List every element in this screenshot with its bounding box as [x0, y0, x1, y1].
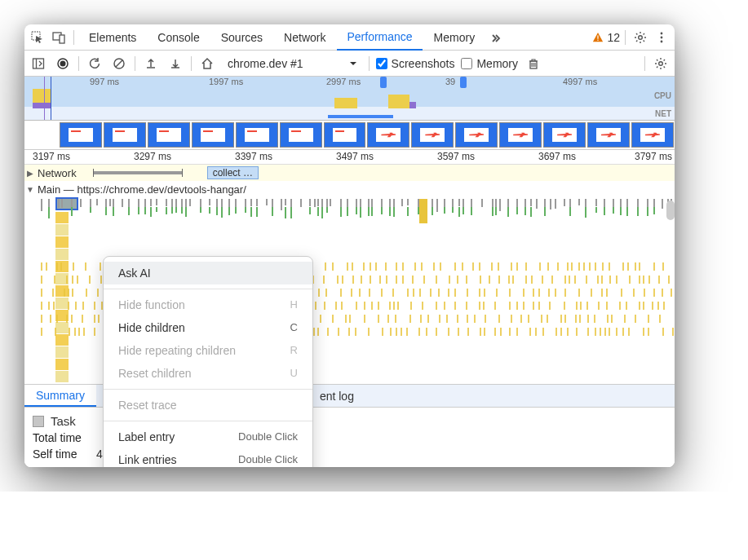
divider [644, 56, 645, 71]
download-icon[interactable] [166, 55, 184, 73]
tab-elements[interactable]: Elements [79, 24, 146, 51]
memory-input[interactable] [461, 58, 472, 69]
menu-item-link-entries[interactable]: Link entriesDouble Click [104, 448, 312, 467]
screenshot-thumb[interactable] [543, 122, 586, 148]
ruler-tick: 3197 ms [33, 151, 70, 162]
screenshot-strip[interactable] [24, 121, 675, 150]
clear-icon[interactable] [110, 55, 128, 73]
toggle-sidebar-icon[interactable] [29, 55, 47, 73]
screenshot-thumb[interactable] [60, 122, 102, 148]
divider [625, 30, 626, 45]
screenshot-thumb[interactable] [192, 122, 234, 148]
svg-line-14 [116, 60, 122, 67]
upload-icon[interactable] [142, 55, 160, 73]
net-label: NET [655, 109, 671, 118]
screenshot-thumb[interactable] [148, 122, 190, 148]
tab-event-log-partial[interactable]: ent log [308, 385, 365, 407]
screenshot-thumb[interactable] [280, 122, 322, 148]
devtools-window: Elements Console Sources Network Perform… [24, 24, 675, 467]
menu-item-label: Hide function [118, 298, 185, 311]
memory-checkbox[interactable]: Memory [461, 57, 518, 70]
menu-item-hide-children[interactable]: Hide childrenC [104, 316, 312, 339]
svg-rect-4 [598, 39, 599, 40]
ruler-tick: 3697 ms [538, 151, 576, 162]
network-track-header[interactable]: ▶ Network collect … [24, 165, 675, 181]
svg-point-6 [661, 32, 663, 34]
device-toggle-icon[interactable] [49, 28, 69, 47]
performance-toolbar: chrome.dev #1 Screenshots Memory [24, 51, 675, 77]
ruler-tick: 3297 ms [134, 151, 171, 162]
menu-separator [104, 289, 312, 289]
overview-tick: 39 [445, 77, 455, 86]
tab-summary[interactable]: Summary [24, 385, 96, 407]
menu-item-reset-children: Reset childrenU [104, 362, 312, 385]
settings-icon[interactable] [631, 28, 650, 47]
menu-separator [104, 389, 312, 390]
screenshot-thumb[interactable] [324, 122, 366, 148]
menu-item-shortcut: H [290, 298, 298, 311]
divider [78, 56, 79, 71]
divider [191, 56, 192, 71]
menu-item-shortcut: Double Click [238, 453, 298, 466]
inspect-icon[interactable] [28, 28, 47, 47]
tab-console[interactable]: Console [148, 24, 209, 51]
kebab-menu-icon[interactable] [652, 28, 671, 47]
tab-memory[interactable]: Memory [424, 24, 485, 51]
collapse-icon[interactable]: ▼ [24, 185, 36, 194]
cpu-label: CPU [654, 91, 671, 100]
screenshot-thumb[interactable] [104, 122, 146, 148]
devtools-tabbar: Elements Console Sources Network Perform… [24, 24, 675, 51]
record-button[interactable] [54, 55, 72, 73]
more-tabs-icon[interactable] [486, 28, 506, 47]
svg-point-12 [60, 60, 66, 66]
range-handle-right[interactable] [460, 77, 467, 88]
menu-item-label: Hide repeating children [118, 344, 236, 357]
call-stack[interactable] [55, 212, 69, 383]
menu-item-label: Ask AI [118, 267, 151, 280]
timeline-overview[interactable]: 997 ms 1997 ms 2997 ms 39 4997 ms CPU NE… [24, 77, 675, 121]
range-handle-left[interactable] [380, 77, 387, 88]
network-request-bar[interactable] [93, 171, 183, 174]
menu-item-hide-function: Hide functionH [104, 293, 312, 316]
divider [135, 56, 135, 71]
recording-selector[interactable]: chrome.dev #1 [223, 55, 362, 72]
tab-sources[interactable]: Sources [211, 24, 272, 51]
overview-tick: 2997 ms [326, 77, 361, 86]
screenshot-thumb[interactable] [367, 122, 409, 148]
expand-icon[interactable]: ▶ [24, 169, 36, 178]
screenshot-thumb[interactable] [236, 122, 278, 148]
screenshot-thumb[interactable] [411, 122, 454, 148]
reload-record-icon[interactable] [86, 55, 104, 73]
scrollbar[interactable] [666, 201, 675, 220]
menu-item-label-entry[interactable]: Label entryDouble Click [104, 426, 312, 448]
caret-down-icon [349, 57, 357, 70]
recording-name: chrome.dev #1 [228, 57, 303, 70]
screenshots-checkbox[interactable]: Screenshots [376, 57, 455, 70]
gc-icon[interactable] [524, 55, 542, 73]
tab-network[interactable]: Network [274, 24, 335, 51]
warnings-badge[interactable]: 12 [592, 31, 620, 44]
menu-item-label: Reset children [118, 367, 192, 380]
home-icon[interactable] [198, 55, 216, 73]
ruler-tick: 3397 ms [235, 151, 272, 162]
main-track-header[interactable]: ▼ Main — https://chrome.dev/devtools-han… [24, 181, 675, 197]
svg-point-8 [661, 40, 663, 42]
context-menu: Ask AIHide functionHHide childrenCHide r… [103, 256, 313, 467]
divider [369, 56, 370, 71]
screenshot-thumb[interactable] [499, 122, 542, 148]
time-ruler[interactable]: 3197 ms 3297 ms 3397 ms 3497 ms 3597 ms … [24, 150, 675, 165]
network-label: Network [36, 167, 77, 179]
screenshot-thumb[interactable] [455, 122, 498, 148]
tab-performance[interactable]: Performance [337, 24, 422, 51]
screenshot-thumb[interactable] [631, 122, 674, 148]
screenshots-input[interactable] [376, 58, 387, 69]
menu-item-shortcut: C [290, 321, 298, 334]
svg-rect-2 [60, 35, 64, 43]
capture-settings-icon[interactable] [652, 55, 670, 73]
collect-button[interactable]: collect … [207, 166, 259, 179]
menu-item-hide-repeating-children: Hide repeating childrenR [104, 339, 312, 362]
total-time-label: Total time [33, 431, 90, 444]
screenshot-thumb[interactable] [587, 122, 630, 148]
menu-item-ask-ai[interactable]: Ask AI [104, 262, 312, 284]
menu-item-shortcut: R [290, 344, 298, 357]
